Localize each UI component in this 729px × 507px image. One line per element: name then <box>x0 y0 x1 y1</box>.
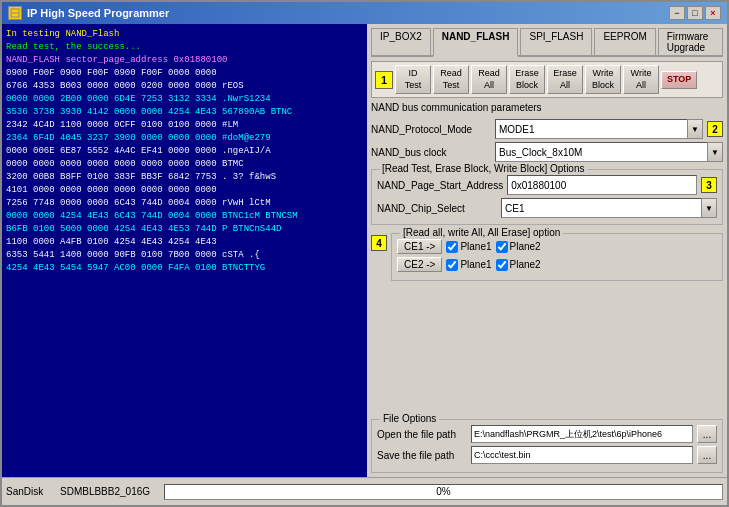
progress-bar-wrap: 0% <box>164 484 723 500</box>
open-file-row: Open the file path ... <box>377 425 717 443</box>
ce2-plane2-checkbox[interactable] <box>496 259 508 271</box>
ce1-plane1-label: Plane1 <box>460 241 491 252</box>
terminal-line: 0000 006E 6E87 5552 4A4C EF41 0000 0000 … <box>6 145 363 158</box>
status-left: SanDisk <box>6 486 56 497</box>
write-all-button[interactable]: Write All <box>623 65 659 94</box>
terminal-line: 0000 0000 4254 4E43 6C43 744D 0004 0000 … <box>6 210 363 223</box>
chip-select-label: NAND_Chip_Select <box>377 203 497 214</box>
right-panel: IP_BOX2NAND_FLASHSPI_FLASHEEPROMFirmware… <box>367 24 727 477</box>
terminal-line: 4254 4E43 5454 5947 AC00 0000 F4FA 0100 … <box>6 262 363 275</box>
id-test-button[interactable]: ID Test <box>395 65 431 94</box>
ce1-button[interactable]: CE1 -> <box>397 239 442 254</box>
ce2-plane1-label: Plane1 <box>460 259 491 270</box>
nand-bus-title: NAND bus communication parameters <box>371 102 542 113</box>
open-file-label: Open the file path <box>377 429 467 440</box>
title-bar: IP High Speed Programmer − □ × <box>2 2 727 24</box>
badge-4: 4 <box>371 235 387 251</box>
window-title: IP High Speed Programmer <box>27 7 169 19</box>
read-test-button[interactable]: Read Test <box>433 65 469 94</box>
terminal-line: 6353 5441 1400 0000 90FB 0100 7B00 0000 … <box>6 249 363 262</box>
open-file-input[interactable] <box>471 425 693 443</box>
terminal-panel: In testing NAND_FlashRead test, the succ… <box>2 24 367 477</box>
write-block-button[interactable]: Write Block <box>585 65 621 94</box>
terminal-line: 0000 0000 2B00 0000 6D4E 7253 3132 3334 … <box>6 93 363 106</box>
ce2-plane2-wrap: Plane2 <box>496 259 541 271</box>
title-buttons: − □ × <box>669 6 721 20</box>
protocol-row: NAND_Protocol_Mode MODE1 MODE2 MODE3 ▼ 2 <box>371 119 723 139</box>
ce1-plane2-wrap: Plane2 <box>496 241 541 253</box>
ce2-button[interactable]: CE2 -> <box>397 257 442 272</box>
read-all-title: [Read all, write All, All Erase] option <box>400 227 563 238</box>
terminal-line: 3200 00B8 B8FF 0100 383F BB3F 6842 7753 … <box>6 171 363 184</box>
terminal-line: 2342 4C4D 1100 0000 0CFF 0100 0100 0000 … <box>6 119 363 132</box>
terminal-line: 0000 0000 0000 0000 0000 0000 0000 0000 … <box>6 158 363 171</box>
terminal-line: B6FB 0100 5000 0000 4254 4E43 4E53 744D … <box>6 223 363 236</box>
clock-row: NAND_bus clock Bus_Clock_8x10M Bus_Clock… <box>371 142 723 162</box>
ce2-plane1-wrap: Plane1 <box>446 259 491 271</box>
badge-3: 3 <box>701 177 717 193</box>
progress-text: 0% <box>165 485 722 499</box>
tab-ip-box2[interactable]: IP_BOX2 <box>371 28 431 55</box>
action-buttons-row: 1 ID Test Read Test Read All Erase Block… <box>371 61 723 98</box>
bottom-bar: SanDisk SDMBLBBB2_016G 0% <box>2 477 727 505</box>
ce1-plane2-checkbox[interactable] <box>496 241 508 253</box>
read-all-button[interactable]: Read All <box>471 65 507 94</box>
terminal-line: In testing NAND_Flash <box>6 28 363 41</box>
read-erase-write-section: [Read Test, Erase Block, Write Block] Op… <box>371 169 723 225</box>
ce1-row: CE1 -> Plane1 Plane2 <box>397 239 717 254</box>
app-icon <box>8 6 22 20</box>
title-bar-left: IP High Speed Programmer <box>8 6 169 20</box>
read-all-section: [Read all, write All, All Erase] option … <box>391 233 723 281</box>
ce2-plane2-label: Plane2 <box>510 259 541 270</box>
file-options-title: File Options <box>380 413 439 424</box>
protocol-label: NAND_Protocol_Mode <box>371 124 491 135</box>
ce1-plane2-label: Plane2 <box>510 241 541 252</box>
maximize-button[interactable]: □ <box>687 6 703 20</box>
ce1-plane1-checkbox[interactable] <box>446 241 458 253</box>
protocol-select[interactable]: MODE1 MODE2 MODE3 <box>495 119 703 139</box>
page-start-row: NAND_Page_Start_Address 3 <box>377 175 717 195</box>
chip-select-wrap: CE1 CE2 ▼ <box>501 198 717 218</box>
terminal-line: NAND_FLASH sector_page_address 0x0188010… <box>6 54 363 67</box>
tab-nand-flash[interactable]: NAND_FLASH <box>433 28 519 57</box>
file-options-section: File Options Open the file path ... Save… <box>371 419 723 473</box>
ce1-plane1-wrap: Plane1 <box>446 241 491 253</box>
main-window: IP High Speed Programmer − □ × In testin… <box>0 0 729 507</box>
ce2-plane1-checkbox[interactable] <box>446 259 458 271</box>
clock-select[interactable]: Bus_Clock_8x10M Bus_Clock_4x10M <box>495 142 723 162</box>
stop-button[interactable]: STOP <box>661 71 697 89</box>
tab-spi-flash[interactable]: SPI_FLASH <box>520 28 592 55</box>
save-file-browse-button[interactable]: ... <box>697 446 717 464</box>
erase-all-button[interactable]: Erase All <box>547 65 583 94</box>
terminal-line: 1100 0000 A4FB 0100 4254 4E43 4254 4E43 <box>6 236 363 249</box>
spacer <box>371 285 723 415</box>
chip-select[interactable]: CE1 CE2 <box>501 198 717 218</box>
terminal-line: 0900 F00F 0900 F00F 0900 F00F 0000 0000 <box>6 67 363 80</box>
tab-firmware upgrade[interactable]: Firmware Upgrade <box>658 28 723 55</box>
close-button[interactable]: × <box>705 6 721 20</box>
open-file-browse-button[interactable]: ... <box>697 425 717 443</box>
save-file-input[interactable] <box>471 446 693 464</box>
nand-bus-section: NAND bus communication parameters NAND_P… <box>371 102 723 165</box>
minimize-button[interactable]: − <box>669 6 685 20</box>
page-start-label: NAND_Page_Start_Address <box>377 180 503 191</box>
terminal-line: 7256 7748 0000 0000 6C43 744D 0004 0000 … <box>6 197 363 210</box>
read-all-wrap: 4 [Read all, write All, All Erase] optio… <box>371 233 723 281</box>
clock-label: NAND_bus clock <box>371 147 491 158</box>
terminal-line: Read test, the success... <box>6 41 363 54</box>
terminal-line: 6766 4353 B003 0000 0000 0200 0000 0000 … <box>6 80 363 93</box>
tab-eeprom[interactable]: EEPROM <box>594 28 655 55</box>
terminal-line: 2364 6F4D 4045 3237 3900 0000 0000 0000 … <box>6 132 363 145</box>
ce2-row: CE2 -> Plane1 Plane2 <box>397 257 717 272</box>
terminal-line: 3536 3738 3930 4142 0000 0000 4254 4E43 … <box>6 106 363 119</box>
status-right: SDMBLBBB2_016G <box>60 486 160 497</box>
badge-2: 2 <box>707 121 723 137</box>
options-section-title: [Read Test, Erase Block, Write Block] Op… <box>380 163 587 174</box>
badge-1: 1 <box>375 71 393 89</box>
terminal-line: 4101 0000 0000 0000 0000 0000 0000 0000 <box>6 184 363 197</box>
main-content: In testing NAND_FlashRead test, the succ… <box>2 24 727 477</box>
erase-block-button[interactable]: Erase Block <box>509 65 545 94</box>
save-file-row: Save the file path ... <box>377 446 717 464</box>
page-start-input[interactable] <box>507 175 697 195</box>
save-file-label: Save the file path <box>377 450 467 461</box>
